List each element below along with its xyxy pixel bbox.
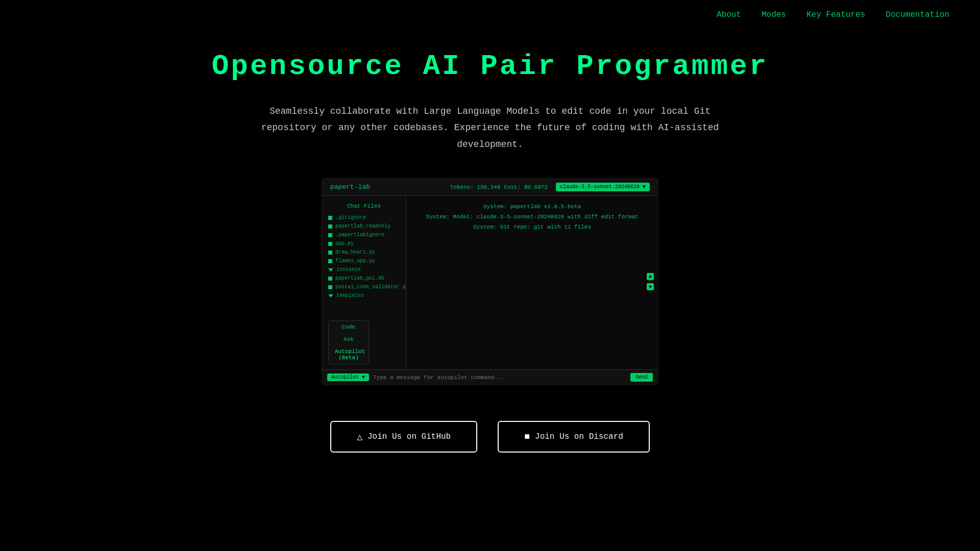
- sidebar-file-name: .papertlabignore: [335, 232, 384, 238]
- terminal-title: papert-lab: [330, 183, 370, 191]
- sidebar-file-name: papertlab_readonly: [335, 223, 390, 229]
- scroll-down-button[interactable]: [647, 283, 654, 290]
- terminal-message-input[interactable]: [373, 374, 626, 381]
- nav-modes[interactable]: Modes: [762, 10, 786, 19]
- hero-subtitle: Seamlessly collaborate with Large Langua…: [260, 103, 720, 153]
- github-icon: △: [357, 431, 362, 442]
- nav-key-features[interactable]: Key Features: [806, 10, 865, 19]
- sidebar-file-postal: postal_code_validator.py: [322, 283, 406, 291]
- sidebar-file-labignore: .papertlabignore: [322, 231, 406, 239]
- terminal-log-1: System: Model: claude-3-5-sonnet-2024062…: [414, 212, 650, 222]
- mode-code[interactable]: Code: [329, 321, 369, 333]
- terminal-main-area: System: papertlab v1.0.5-beta System: Mo…: [406, 196, 658, 369]
- sidebar-folder-templates: templates: [322, 291, 406, 300]
- file-icon: [328, 242, 332, 246]
- terminal-header-right: Tokens: 150,348 Cost: $0.6972 claude-3.5…: [450, 183, 650, 191]
- hero-title: Opensource AI Pair Programmer: [212, 50, 769, 83]
- github-button[interactable]: △ Join Us on GitHub: [330, 421, 477, 453]
- mode-popup: Code Ask Autopilot (Beta): [328, 320, 369, 364]
- terminal-log-2: System: Git repo: git with 11 files: [414, 222, 650, 233]
- sidebar-file-name: postal_code_validator.py: [335, 284, 409, 290]
- github-button-label: Join Us on GitHub: [368, 432, 451, 441]
- discord-button[interactable]: ■ Join Us on Discard: [498, 421, 650, 453]
- sidebar-file-gitignore: .gitignore: [322, 213, 406, 222]
- sidebar-file-name: .gitignore: [335, 215, 366, 220]
- file-icon: [328, 233, 332, 237]
- discord-icon: ■: [524, 432, 530, 442]
- terminal-tokens: Tokens: 150,348 Cost: $0.6972: [450, 184, 548, 190]
- terminal-log-0: System: papertlab v1.0.5-beta: [414, 202, 650, 212]
- sidebar-file-name: draw_heart.py: [335, 249, 375, 255]
- file-icon: [328, 216, 332, 220]
- file-icon: [328, 259, 332, 263]
- nav-documentation[interactable]: Documentation: [886, 10, 949, 19]
- sidebar-file-app: app.py: [322, 239, 406, 248]
- terminal-model-badge[interactable]: claude-3.5-sonnet-20240620 ▼: [556, 183, 650, 191]
- mode-autopilot[interactable]: Autopilot (Beta): [329, 345, 369, 364]
- discord-button-label: Join Us on Discard: [535, 432, 623, 441]
- svg-marker-1: [649, 286, 652, 288]
- sidebar-file-name: app.py: [335, 241, 354, 246]
- sidebar-file-heart: draw_heart.py: [322, 248, 406, 257]
- terminal-header: papert-lab Tokens: 150,348 Cost: $0.6972…: [322, 179, 658, 196]
- sidebar-file-db: papertlab_gui.db: [322, 274, 406, 283]
- svg-marker-0: [649, 275, 652, 278]
- file-icon: [328, 251, 332, 255]
- scroll-up-button[interactable]: [647, 273, 654, 280]
- file-icon: [328, 224, 332, 229]
- sidebar-file-name: papertlab_gui.db: [335, 276, 384, 281]
- sidebar-file-readonly: papertlab_readonly: [322, 222, 406, 231]
- file-icon: [328, 277, 332, 281]
- send-button[interactable]: Send: [630, 373, 653, 382]
- mode-ask[interactable]: Ask: [329, 333, 369, 345]
- folder-icon: [328, 294, 333, 297]
- sidebar-folder-instance: instance: [322, 265, 406, 274]
- nav-about[interactable]: About: [717, 10, 741, 19]
- sidebar-file-name: flames_app.py: [335, 258, 375, 264]
- sidebar-title: Chat Files: [322, 201, 406, 213]
- active-mode-badge[interactable]: Autopilot ▼: [327, 373, 369, 381]
- sidebar-file-name: templates: [336, 293, 364, 298]
- hero-section: Opensource AI Pair Programmer Seamlessly…: [0, 30, 980, 483]
- sidebar-file-flames: flames_app.py: [322, 257, 406, 265]
- file-icon: [328, 285, 332, 289]
- terminal-footer: Autopilot ▼ Send: [322, 369, 658, 385]
- terminal-preview: papert-lab Tokens: 150,348 Cost: $0.6972…: [322, 178, 658, 385]
- terminal-body: Chat Files .gitignore papertlab_readonly…: [322, 196, 658, 369]
- nav: About Modes Key Features Documentation: [0, 0, 980, 30]
- terminal-scroll-controls: [647, 273, 654, 290]
- cta-buttons: △ Join Us on GitHub ■ Join Us on Discard: [330, 421, 650, 453]
- folder-icon: [328, 268, 333, 271]
- sidebar-file-name: instance: [336, 267, 361, 272]
